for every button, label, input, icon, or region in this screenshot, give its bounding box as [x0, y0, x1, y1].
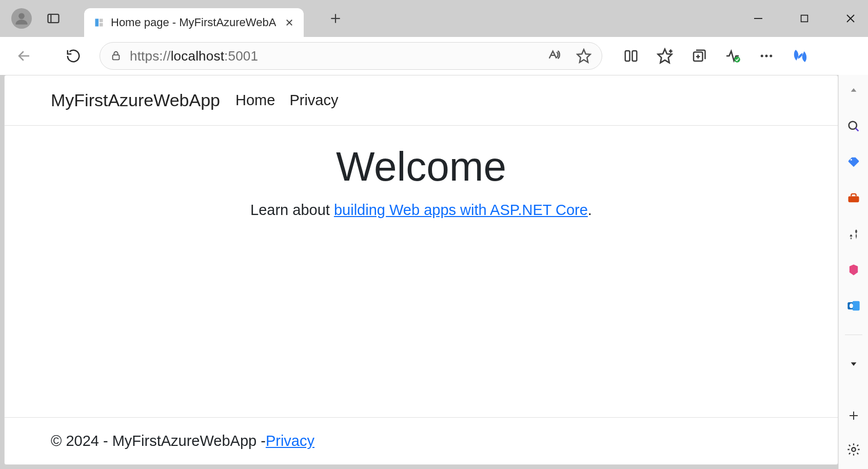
page-footer: © 2024 - MyFirstAzureWebApp - Privacy — [5, 417, 838, 464]
page-main: Welcome Learn about building Web apps wi… — [5, 126, 838, 417]
svg-point-26 — [734, 56, 740, 63]
svg-rect-18 — [625, 51, 630, 61]
svg-point-41 — [852, 447, 855, 451]
window-minimize-button[interactable] — [750, 10, 766, 27]
svg-line-32 — [855, 128, 858, 131]
tab-title: Home page - MyFirstAzureWebA — [111, 16, 276, 29]
page-viewport: MyFirstAzureWebApp Home Privacy Welcome … — [4, 75, 838, 465]
tab-close-button[interactable] — [282, 15, 297, 30]
sidebar-outlook-icon[interactable] — [843, 296, 864, 316]
lead-suffix: . — [588, 202, 592, 218]
more-menu-icon[interactable] — [757, 47, 776, 65]
sidebar-games-icon[interactable] — [843, 224, 864, 244]
edge-sidebar — [838, 75, 868, 469]
sidebar-expand-icon[interactable] — [843, 354, 864, 374]
sidebar-divider — [845, 335, 862, 335]
refresh-button[interactable] — [60, 42, 87, 70]
sidebar-tools-icon[interactable] — [843, 188, 864, 208]
svg-point-27 — [761, 55, 763, 57]
browser-tab[interactable]: Home page - MyFirstAzureWebA — [84, 8, 304, 37]
svg-marker-30 — [851, 88, 856, 92]
sidebar-settings-icon[interactable] — [843, 439, 864, 460]
sidebar-search-icon[interactable] — [843, 116, 864, 136]
nav-home[interactable]: Home — [235, 92, 275, 109]
svg-rect-11 — [801, 15, 808, 22]
addressbar-actions — [545, 47, 593, 65]
browser-toolbar: https://localhost:5001 — [0, 37, 868, 75]
performance-icon[interactable] — [723, 47, 742, 65]
sidebar-shopping-icon[interactable] — [843, 152, 864, 172]
titlebar: Home page - MyFirstAzureWebA — [0, 0, 868, 37]
url-text: https://localhost:5001 — [130, 48, 258, 64]
sidebar-m365-icon[interactable] — [843, 260, 864, 280]
window-close-button[interactable] — [842, 10, 859, 27]
svg-rect-1 — [48, 14, 59, 23]
collections-icon[interactable] — [689, 47, 708, 65]
lead-prefix: Learn about — [250, 202, 334, 218]
favorites-star-icon[interactable] — [575, 47, 593, 65]
tab-actions-button[interactable] — [43, 8, 64, 29]
back-button[interactable] — [10, 42, 38, 70]
svg-point-0 — [18, 13, 25, 19]
url-scheme: https:// — [130, 48, 171, 64]
footer-text: © 2024 - MyFirstAzureWebApp - — [51, 433, 266, 450]
nav-links: Home Privacy — [235, 92, 338, 109]
url-port: :5001 — [224, 48, 258, 64]
url-host: localhost — [171, 48, 224, 64]
address-bar[interactable]: https://localhost:5001 — [100, 42, 602, 70]
learn-link[interactable]: building Web apps with ASP.NET Core — [334, 202, 588, 218]
svg-rect-3 — [95, 19, 99, 27]
svg-point-33 — [850, 159, 852, 161]
profile-button[interactable] — [11, 8, 32, 29]
welcome-heading: Welcome — [336, 143, 506, 190]
svg-rect-5 — [100, 23, 103, 27]
toolbar-right — [622, 47, 810, 65]
window-controls — [750, 0, 859, 37]
svg-rect-19 — [633, 51, 637, 61]
svg-rect-34 — [848, 197, 859, 203]
nav-privacy[interactable]: Privacy — [289, 92, 338, 109]
svg-point-29 — [770, 55, 772, 57]
svg-marker-38 — [851, 362, 856, 366]
lead-paragraph: Learn about building Web apps with ASP.N… — [250, 202, 592, 219]
read-aloud-icon[interactable] — [545, 47, 563, 65]
svg-rect-15 — [113, 55, 120, 60]
copilot-icon[interactable] — [791, 47, 810, 65]
svg-marker-17 — [578, 50, 590, 63]
svg-point-31 — [849, 122, 856, 129]
sidebar-scroll-up-icon[interactable] — [843, 80, 864, 101]
split-screen-icon[interactable] — [622, 47, 640, 65]
svg-point-37 — [849, 303, 853, 308]
favorites-icon[interactable] — [656, 47, 674, 65]
brand-link[interactable]: MyFirstAzureWebApp — [51, 90, 220, 110]
window-maximize-button[interactable] — [796, 10, 813, 27]
new-tab-button[interactable] — [324, 7, 347, 30]
svg-rect-4 — [100, 19, 103, 23]
titlebar-left: Home page - MyFirstAzureWebA — [0, 4, 347, 33]
svg-point-28 — [765, 55, 768, 57]
tab-favicon-icon — [93, 17, 105, 28]
site-info-icon[interactable] — [109, 49, 123, 63]
page-header: MyFirstAzureWebApp Home Privacy — [5, 75, 838, 126]
svg-rect-36 — [852, 301, 859, 311]
footer-privacy-link[interactable]: Privacy — [266, 433, 314, 450]
sidebar-add-icon[interactable] — [843, 405, 864, 426]
